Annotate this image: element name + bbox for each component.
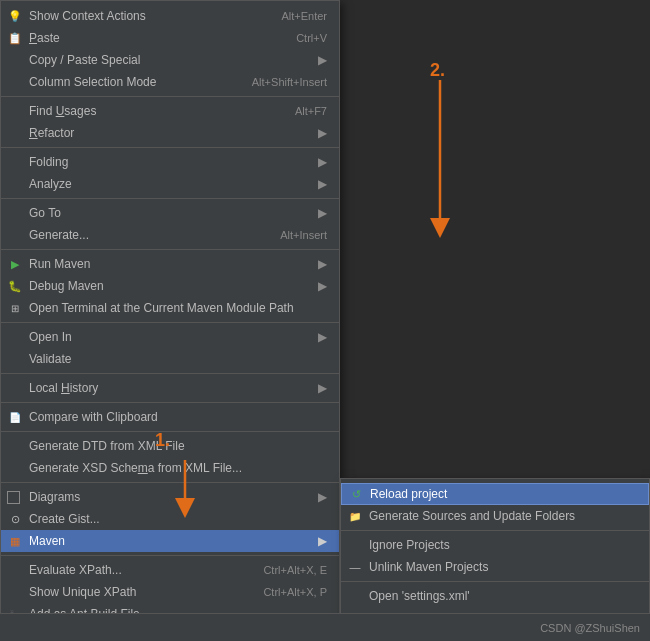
submenu-item-ignore-projects[interactable]: Ignore Projects xyxy=(341,534,649,556)
menu-item-debug-maven[interactable]: 🐛 Debug Maven ▶ xyxy=(1,275,339,297)
refactor-arrow: ▶ xyxy=(318,126,327,140)
open-settings-label: Open 'settings.xml' xyxy=(369,589,470,603)
menu-item-folding[interactable]: Folding ▶ xyxy=(1,151,339,173)
menu-item-refactor[interactable]: Refactor ▶ xyxy=(1,122,339,144)
menu-item-open-in[interactable]: Open In ▶ xyxy=(1,326,339,348)
menu-item-evaluate-xpath[interactable]: Evaluate XPath... Ctrl+Alt+X, E xyxy=(1,559,339,581)
create-gist-icon: ⊙ xyxy=(7,511,23,527)
separator-7 xyxy=(1,402,339,403)
menu-item-analyze[interactable]: Analyze ▶ xyxy=(1,173,339,195)
diagrams-label: Diagrams xyxy=(29,490,80,504)
bottom-bar-text: CSDN @ZShuiShen xyxy=(540,622,640,634)
debug-maven-icon: 🐛 xyxy=(7,278,23,294)
generate-label: Generate... xyxy=(29,228,89,242)
show-unique-xpath-label: Show Unique XPath xyxy=(29,585,136,599)
submenu-item-unlink-maven[interactable]: — Unlink Maven Projects xyxy=(341,556,649,578)
debug-maven-arrow: ▶ xyxy=(318,279,327,293)
unlink-maven-icon: — xyxy=(347,559,363,575)
menu-item-find-usages[interactable]: Find Usages Alt+F7 xyxy=(1,100,339,122)
annotation-arrow-1 xyxy=(175,460,215,520)
menu-item-compare-clipboard[interactable]: 📄 Compare with Clipboard xyxy=(1,406,339,428)
analyze-label: Analyze xyxy=(29,177,72,191)
menu-item-show-context[interactable]: 💡 Show Context Actions Alt+Enter xyxy=(1,5,339,27)
menu-item-paste[interactable]: 📋 Paste Ctrl+V xyxy=(1,27,339,49)
separator-1 xyxy=(1,96,339,97)
annotation-label-1: 1. xyxy=(155,430,170,451)
column-selection-label: Column Selection Mode xyxy=(29,75,156,89)
open-in-arrow: ▶ xyxy=(318,330,327,344)
submenu-item-reload-project[interactable]: ↺ Reload project xyxy=(341,483,649,505)
evaluate-xpath-label: Evaluate XPath... xyxy=(29,563,122,577)
gen-sources-icon: 📁 xyxy=(347,508,363,524)
goto-label: Go To xyxy=(29,206,61,220)
menu-item-validate[interactable]: Validate xyxy=(1,348,339,370)
open-in-label: Open In xyxy=(29,330,72,344)
unlink-maven-label: Unlink Maven Projects xyxy=(369,560,488,574)
folding-label: Folding xyxy=(29,155,68,169)
submenu-separator-1 xyxy=(341,530,649,531)
submenu-separator-2 xyxy=(341,581,649,582)
paste-icon: 📋 xyxy=(7,30,23,46)
open-terminal-icon: ⊞ xyxy=(7,300,23,316)
annotation-label-2: 2. xyxy=(430,60,445,81)
reload-project-label: Reload project xyxy=(370,487,447,501)
gen-sources-label: Generate Sources and Update Folders xyxy=(369,509,575,523)
run-maven-icon: ▶ xyxy=(7,256,23,272)
separator-6 xyxy=(1,373,339,374)
submenu-item-gen-sources[interactable]: 📁 Generate Sources and Update Folders xyxy=(341,505,649,527)
show-context-shortcut: Alt+Enter xyxy=(281,10,327,22)
diagrams-icon xyxy=(7,491,20,504)
folding-arrow: ▶ xyxy=(318,155,327,169)
find-usages-shortcut: Alt+F7 xyxy=(295,105,327,117)
create-gist-label: Create Gist... xyxy=(29,512,100,526)
run-maven-label: Run Maven xyxy=(29,257,90,271)
separator-5 xyxy=(1,322,339,323)
run-maven-arrow: ▶ xyxy=(318,257,327,271)
annotation-arrow-2 xyxy=(430,80,470,240)
maven-arrow: ▶ xyxy=(318,534,327,548)
menu-item-show-unique-xpath[interactable]: Show Unique XPath Ctrl+Alt+X, P xyxy=(1,581,339,603)
menu-item-goto[interactable]: Go To ▶ xyxy=(1,202,339,224)
context-menu: 💡 Show Context Actions Alt+Enter 📋 Paste… xyxy=(0,0,340,630)
submenu-item-open-settings[interactable]: Open 'settings.xml' xyxy=(341,585,649,607)
separator-4 xyxy=(1,249,339,250)
goto-arrow: ▶ xyxy=(318,206,327,220)
show-context-icon: 💡 xyxy=(7,8,23,24)
separator-2 xyxy=(1,147,339,148)
show-context-label: Show Context Actions xyxy=(29,9,146,23)
local-history-arrow: ▶ xyxy=(318,381,327,395)
copy-paste-arrow: ▶ xyxy=(318,53,327,67)
generate-shortcut: Alt+Insert xyxy=(280,229,327,241)
menu-item-copy-paste-special[interactable]: Copy / Paste Special ▶ xyxy=(1,49,339,71)
analyze-arrow: ▶ xyxy=(318,177,327,191)
compare-clipboard-icon: 📄 xyxy=(7,409,23,425)
paste-shortcut: Ctrl+V xyxy=(296,32,327,44)
menu-item-open-terminal[interactable]: ⊞ Open Terminal at the Current Maven Mod… xyxy=(1,297,339,319)
evaluate-xpath-shortcut: Ctrl+Alt+X, E xyxy=(263,564,327,576)
ignore-projects-label: Ignore Projects xyxy=(369,538,450,552)
validate-label: Validate xyxy=(29,352,71,366)
menu-item-diagrams[interactable]: Diagrams ▶ xyxy=(1,486,339,508)
copy-paste-special-label: Copy / Paste Special xyxy=(29,53,140,67)
maven-icon: ▦ xyxy=(7,533,23,549)
show-unique-xpath-shortcut: Ctrl+Alt+X, P xyxy=(263,586,327,598)
menu-item-local-history[interactable]: Local History ▶ xyxy=(1,377,339,399)
local-history-label: Local History xyxy=(29,381,98,395)
compare-clipboard-label: Compare with Clipboard xyxy=(29,410,158,424)
menu-item-column-selection[interactable]: Column Selection Mode Alt+Shift+Insert xyxy=(1,71,339,93)
maven-label: Maven xyxy=(29,534,65,548)
find-usages-label: Find Usages xyxy=(29,104,96,118)
paste-label: Paste xyxy=(29,31,60,45)
reload-project-icon: ↺ xyxy=(348,486,364,502)
separator-10 xyxy=(1,555,339,556)
menu-item-maven[interactable]: ▦ Maven ▶ xyxy=(1,530,339,552)
menu-item-create-gist[interactable]: ⊙ Create Gist... xyxy=(1,508,339,530)
debug-maven-label: Debug Maven xyxy=(29,279,104,293)
menu-item-run-maven[interactable]: ▶ Run Maven ▶ xyxy=(1,253,339,275)
menu-item-gen-xsd[interactable]: Generate XSD Schema from XML File... xyxy=(1,457,339,479)
diagrams-arrow: ▶ xyxy=(318,490,327,504)
separator-9 xyxy=(1,482,339,483)
menu-item-generate[interactable]: Generate... Alt+Insert xyxy=(1,224,339,246)
refactor-label: Refactor xyxy=(29,126,74,140)
bottom-bar: CSDN @ZShuiShen xyxy=(0,613,650,641)
